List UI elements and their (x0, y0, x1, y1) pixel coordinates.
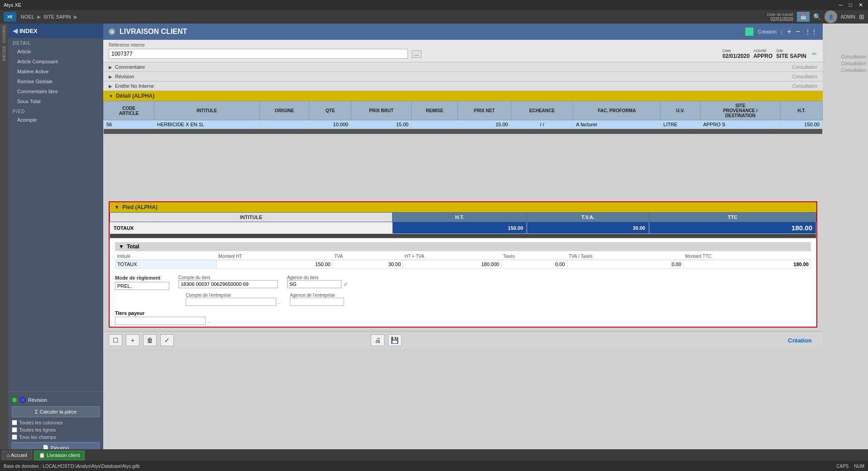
totaux-table: INTITULE H.T. T.V.A. TTC TOTAUX 150.00 3… (110, 212, 816, 238)
minimize-button[interactable]: ─ (837, 2, 844, 8)
compte-tiers-label: Compte du tiers (178, 275, 278, 280)
sidebar-item-acompte[interactable]: Acompte (8, 115, 103, 125)
nav-header: ◀ INDEX (8, 24, 103, 38)
site-value: SITE SAPIN (776, 53, 806, 59)
work-date-box: Date de travail 02/01/2020 (767, 12, 793, 22)
add-button[interactable]: + (787, 28, 791, 36)
checkbox-colonnes-input[interactable] (12, 420, 17, 425)
home-taskbar-button[interactable]: ⌂ Accueil (2, 451, 32, 460)
agence-entreprise-input[interactable] (290, 298, 344, 306)
compte-entreprise-input[interactable] (186, 298, 276, 306)
pied-arrow: ▼ (114, 204, 120, 210)
entete-header[interactable]: ▶ Entête No Interne Consultation (103, 81, 823, 91)
sidebar-item-commentaire-libre[interactable]: Commentaire libre (8, 86, 103, 96)
entete-label: Entête No Interne (115, 83, 154, 89)
add-row-button[interactable]: + (126, 334, 139, 346)
col-intitule: INTITULE (154, 101, 260, 120)
minus-button[interactable]: − (796, 28, 800, 36)
sidebar-item-article[interactable]: Article (8, 47, 103, 57)
ref-input[interactable] (109, 49, 408, 59)
total-ht-tva: 180.000 (403, 260, 501, 269)
checkbox-toolbar-btn[interactable]: ☐ (109, 334, 122, 346)
col-qte: QTE (309, 101, 351, 120)
entete-arrow: ▶ (109, 84, 112, 89)
calendar-icon[interactable]: 📅 (797, 12, 810, 22)
revision-header[interactable]: ▶ Révision Consultation (103, 72, 823, 81)
page-title: LIVRAISON CLIENT (120, 28, 187, 36)
save-button[interactable]: 💾 (388, 334, 402, 346)
delete-row-button[interactable]: 🗑 (143, 334, 157, 346)
breadcrumb-arrow-1: ▶ (37, 14, 41, 20)
table-row[interactable]: 56 HERBICIDE X EN 1L 10.000 15.00 15.00 … (104, 120, 823, 129)
pied-header: ▼ Pied (ALPHA) (110, 202, 816, 212)
checkbox-tous-champs[interactable]: Tous les champs (12, 433, 100, 441)
status-bar: Base de données : LOCALHOST:D:\Analys\At… (0, 461, 868, 471)
edit-icon[interactable]: ✏ (812, 50, 817, 57)
calculer-piece-button[interactable]: Σ Calculer la pièce (12, 406, 100, 417)
status-green-square (745, 28, 753, 36)
calc-icon: Σ (35, 409, 38, 414)
total-montant-ht: 150.00 (216, 260, 332, 269)
cell-ht: 150.00 (781, 120, 823, 129)
th-ht-tva: HT + TVA (403, 253, 501, 260)
cell-code: 56 (104, 120, 154, 129)
sidebar-item-remise-globale[interactable]: Remise Globale (8, 76, 103, 86)
favorites-strip: FAVORIS PIÈCES (0, 24, 8, 471)
right-panel: Consultation Consultation Consultation C… (823, 24, 868, 471)
status-db: Base de données : LOCALHOST:D:\Analys\At… (4, 464, 831, 469)
empty-space (103, 134, 823, 198)
mode-input[interactable] (115, 282, 169, 290)
check-icon: ✓ (343, 281, 349, 288)
validate-button[interactable]: ✓ (160, 334, 174, 346)
dots-button[interactable]: ⋮⋮ (805, 28, 817, 35)
col-origine: ORIGINE (259, 101, 309, 120)
favorites-label[interactable]: FAVORIS (2, 25, 6, 43)
add-icon: + (131, 337, 134, 344)
status-num: NUM (854, 464, 864, 469)
revision-row: Révision (12, 395, 100, 404)
detail-header: ▼ Détail (ALPHA) (103, 91, 823, 101)
site-group: Site SITE SAPIN (776, 48, 806, 59)
consult-3: Consultation (823, 67, 868, 74)
grid-icon[interactable]: ⊞ (859, 13, 864, 20)
mode-label: Mode de règlement (115, 275, 169, 281)
close-button[interactable]: ✕ (857, 2, 864, 8)
pieces-label[interactable]: PIÈCES (2, 46, 6, 61)
sidebar-item-matiere-active[interactable]: Matière Active (8, 67, 103, 76)
commentaire-header[interactable]: ▶ Commentaire Consultation (103, 62, 823, 72)
breadcrumb-item-noel[interactable]: NOEL (21, 14, 34, 19)
totaux-black-bar (110, 234, 816, 238)
tiers-payeur-input[interactable] (115, 317, 206, 325)
col-echeance: ECHEANCE (511, 101, 573, 120)
livraison-taskbar-button[interactable]: 📋 Livraison client (34, 451, 85, 460)
activite-group: Activité APPRO (753, 48, 773, 59)
checkbox-champs-input[interactable] (12, 434, 17, 440)
col-fac-proforma: FAC. PROFORMA (573, 101, 661, 120)
th-tva-taxes: TVA / Taxes (567, 253, 683, 260)
maximize-button[interactable]: □ (848, 2, 854, 8)
checkbox-toutes-lignes[interactable]: Toutes les lignes (12, 426, 100, 433)
print-button[interactable]: 🖨 (371, 334, 384, 346)
creation-label-header: Création (758, 29, 777, 34)
nav-sidebar: ◀ INDEX DETAIL Article Article Composant… (8, 24, 103, 471)
sidebar-item-article-composant[interactable]: Article Composant (8, 57, 103, 67)
ref-dots-button[interactable]: ... (412, 50, 422, 58)
compte-tiers-input[interactable] (178, 280, 278, 288)
checkbox-toutes-colonnes[interactable]: Toutes les colonnes (12, 419, 100, 426)
total-taxes: 0.00 (501, 260, 567, 269)
col-remise: REMISE (412, 101, 458, 120)
th-intitule: Intitulé (115, 253, 217, 260)
blue-status-dot (20, 397, 25, 403)
avatar: 👤 (825, 10, 837, 23)
search-icon[interactable]: 🔍 (813, 13, 821, 20)
total-row: TOTAUX 150.00 30.00 180.000 0.00 0.00 18… (115, 260, 811, 269)
star-icon[interactable]: ★ (109, 29, 115, 35)
breadcrumb-item-site[interactable]: SITE SAPIN (43, 14, 71, 19)
agence-tiers-input[interactable] (287, 280, 341, 288)
th-tva: TVA (332, 253, 403, 260)
totaux-col-intitule: INTITULE (110, 213, 393, 222)
col-prix-brut: PRIX BRUT (351, 101, 412, 120)
cell-echeance: / / (511, 120, 573, 129)
sidebar-item-sous-total[interactable]: Sous Total (8, 96, 103, 106)
checkbox-lignes-input[interactable] (12, 427, 17, 433)
